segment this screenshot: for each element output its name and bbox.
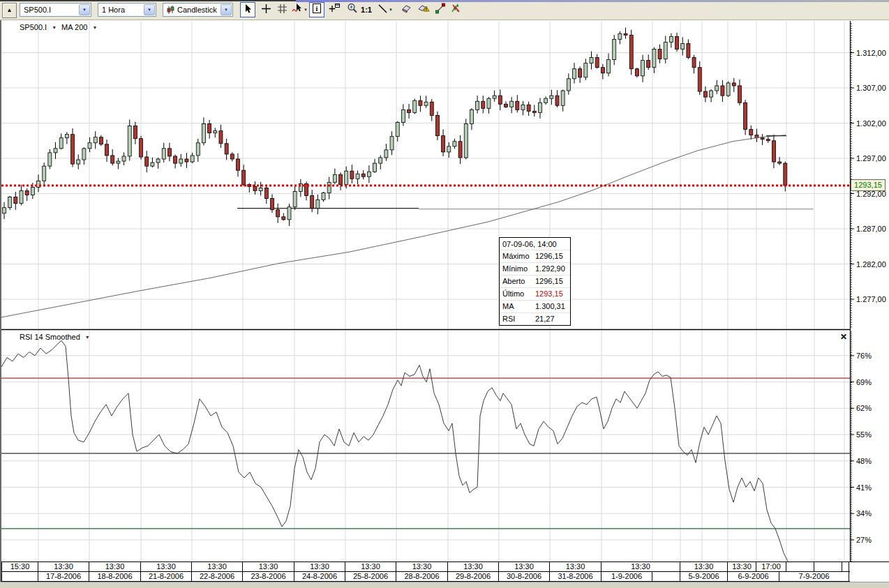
tooltip-row: Último1293,15 — [500, 287, 570, 300]
rsi-tick-label: 69% — [856, 378, 872, 386]
collapse-panel-button[interactable]: ▲ — [2, 3, 17, 18]
chart-window: ▲ SP500.I ▼ 1 Hora ▼ Candlestick ▼ — [0, 0, 889, 588]
rsi-tick-label: 48% — [856, 457, 872, 465]
compare-symbols-tool-button[interactable] — [448, 2, 463, 17]
chart-style-combobox[interactable]: Candlestick ▼ — [163, 3, 233, 17]
date-cell: 25-8-2006 — [345, 572, 396, 581]
tooltip-row-label: RSI — [502, 315, 535, 324]
chevron-down-icon[interactable]: ▼ — [83, 335, 92, 340]
info-tool-button[interactable]: i — [309, 2, 324, 17]
multi-arrows-icon — [450, 3, 461, 17]
time-cell: 13:30 — [345, 562, 396, 571]
chart-canvas[interactable]: 1.312,001.307,001.302,001.297,001.292,00… — [0, 0, 889, 588]
chevron-down-icon[interactable]: ▼ — [221, 4, 232, 15]
time-cell — [814, 562, 842, 571]
chevron-down-icon[interactable]: ▼ — [79, 4, 90, 15]
chevron-down-icon[interactable]: ▼ — [389, 8, 393, 12]
period-combobox[interactable]: 1 Hora ▼ — [98, 3, 156, 17]
date-cell: 22-8-2006 — [192, 572, 243, 581]
time-cell: 13:30 — [294, 562, 345, 571]
grid-tool-button[interactable] — [274, 2, 290, 17]
price-tick-label: 1.297,00 — [856, 154, 886, 163]
tooltip-row-value: 1296,15 — [535, 277, 567, 286]
pointer-tool-button[interactable] — [240, 2, 255, 17]
date-cell: 29-8-2006 — [448, 572, 499, 581]
date-cell: 6-9-2006 — [728, 572, 779, 581]
time-cell: 13:30 — [38, 562, 89, 571]
rsi-tick-label: 76% — [856, 352, 872, 360]
crosshair-tool-button[interactable] — [258, 2, 274, 17]
time-cell: 13:30 — [243, 562, 294, 571]
indicator-draw-tool-button[interactable]: ▼ — [290, 2, 309, 17]
period-combobox-value: 1 Hora — [102, 6, 125, 14]
pointer-icon — [243, 3, 253, 17]
time-cell: 13:30 — [499, 562, 550, 571]
clear-all-tool-button[interactable] — [416, 2, 431, 17]
tooltip-row-label: Máximo — [502, 252, 535, 261]
eraser-icon — [400, 3, 412, 16]
info-icon: i — [311, 3, 322, 17]
close-rsi-panel-button[interactable]: ✕ — [838, 331, 849, 342]
date-cell: 5-9-2006 — [680, 572, 728, 581]
time-cell — [842, 562, 849, 571]
symbol-combobox-value: SP500.I — [24, 6, 51, 14]
date-cell: 24-8-2006 — [294, 572, 345, 581]
candles-layer — [3, 28, 787, 226]
tooltip-row: Máximo1296,15 — [500, 250, 570, 262]
measure-icon — [435, 3, 446, 17]
rsi-tick-label: 41% — [856, 483, 872, 492]
rsi-tick-label: 55% — [856, 430, 872, 439]
zoom-in-tool-button[interactable] — [345, 2, 360, 17]
chevron-down-icon[interactable]: ▼ — [90, 25, 99, 30]
rsi-tick-label: 34% — [856, 509, 872, 518]
time-cell: 13:30 — [550, 562, 602, 571]
tooltip-row-value: 1293,15 — [535, 289, 567, 299]
trendline-tool-button[interactable]: ▼ — [375, 2, 395, 17]
grid-icon — [277, 3, 287, 17]
time-cell: 13:30 — [89, 562, 141, 571]
measure-tool-button[interactable] — [433, 2, 448, 17]
price-tick-label: 1.307,00 — [856, 84, 886, 92]
rsi-tick-label: 27% — [856, 536, 872, 544]
crosshair-icon — [261, 3, 271, 17]
date-cell — [652, 572, 680, 581]
date-cell: 18-8-2006 — [89, 572, 141, 581]
candle-info-tooltip: 07-09-06, 14:00 Máximo1296,15Mínimo1.292… — [499, 237, 571, 326]
chevron-down-icon[interactable]: ▼ — [144, 4, 155, 15]
toolbar: ▲ SP500.I ▼ 1 Hora ▼ Candlestick ▼ — [0, 0, 889, 20]
window-left-border — [0, 20, 1, 582]
chevron-down-icon[interactable]: ▼ — [50, 25, 59, 30]
zoom-ratio-button[interactable]: 1:1 — [359, 2, 374, 17]
date-cell: 1-9-2006 — [602, 572, 652, 581]
tooltip-row-label: Mínimo — [502, 264, 535, 273]
time-cell: 17:00 — [756, 562, 786, 571]
add-window-icon — [329, 3, 341, 17]
magnifier-plus-icon — [347, 3, 358, 17]
legend-symbol-label: SP500.I — [20, 23, 47, 31]
add-annotation-tool-button[interactable] — [327, 2, 342, 17]
candlestick-icon — [167, 6, 174, 15]
last-price-tag: 1293,15 — [851, 179, 886, 191]
price-tick-label: 1.282,00 — [856, 260, 886, 269]
tooltip-row-label: Aberto — [502, 277, 535, 286]
tooltip-row-value: 21,27 — [535, 315, 567, 324]
tooltip-row: MA1.300,31 — [500, 300, 570, 312]
time-cell: 13:30 — [728, 562, 756, 571]
date-cell: 30-8-2006 — [499, 572, 550, 581]
date-cell: 31-8-2006 — [550, 572, 602, 581]
price-tick-label: 1.312,00 — [856, 49, 886, 57]
price-tick-label: 1.287,00 — [856, 225, 886, 233]
time-cell: 13:30 — [396, 562, 448, 571]
time-axis: 15:3013:3013:3013:3013:3013:3013:3013:30… — [0, 561, 889, 582]
main-panel-legend: SP500.I ▼ MA 200 ▼ — [20, 23, 99, 31]
symbol-combobox[interactable]: SP500.I ▼ — [20, 3, 91, 17]
time-cell: 13:30 — [602, 562, 680, 571]
eraser-warning-icon — [417, 3, 430, 17]
window-top-accent — [296, 0, 889, 2]
date-cell: 21-8-2006 — [141, 572, 192, 581]
date-cell: 17-8-2006 — [38, 572, 89, 581]
eraser-tool-button[interactable] — [398, 2, 413, 17]
tooltip-row-value: 1.300,31 — [535, 302, 567, 311]
chevron-down-icon[interactable]: ▼ — [304, 8, 308, 12]
rsi-panel-legend: RSI 14 Smoothed ▼ — [20, 333, 92, 341]
